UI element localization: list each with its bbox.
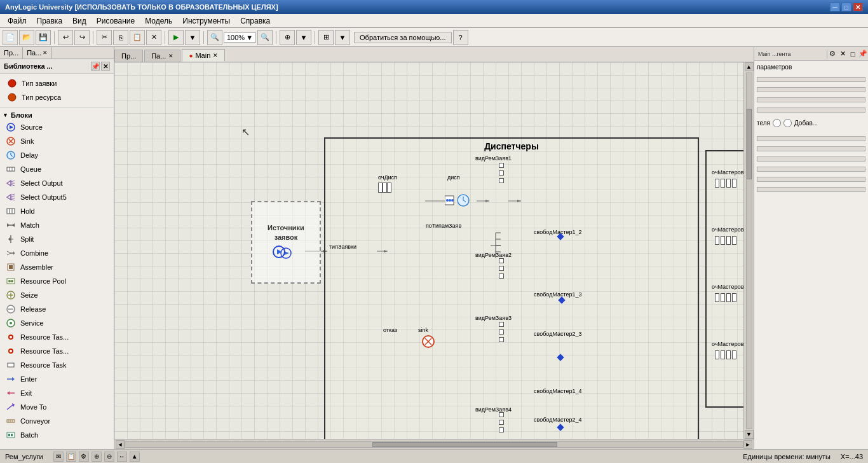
- lib-item-service[interactable]: Service: [3, 316, 111, 330]
- menu-tools[interactable]: Инструменты: [177, 15, 235, 27]
- help-button[interactable]: Обратиться за помощью...: [354, 32, 452, 43]
- extra-btn-6[interactable]: [757, 187, 865, 192]
- scroll-up-button[interactable]: ▲: [745, 62, 754, 71]
- lib-item-combine[interactable]: Combine: [3, 246, 111, 260]
- menu-model[interactable]: Модель: [140, 15, 177, 27]
- help-icon[interactable]: ?: [453, 30, 468, 45]
- tab-palette[interactable]: Па... ✕: [23, 47, 52, 59]
- lib-item-assembler[interactable]: Assembler: [3, 260, 111, 274]
- lib-item-exit[interactable]: Exit: [3, 386, 111, 400]
- lib-item-delay[interactable]: Delay: [3, 148, 111, 162]
- zoom-dropdown-icon[interactable]: ▼: [246, 34, 253, 41]
- delete-button[interactable]: ✕: [146, 30, 161, 45]
- sink-block[interactable]: [421, 335, 435, 350]
- library-close-button[interactable]: ✕: [101, 62, 110, 71]
- right-panel-close-tab[interactable]: ✕: [837, 49, 848, 59]
- extra-btn-1[interactable]: [757, 136, 865, 141]
- disp-block[interactable]: [445, 193, 470, 209]
- paste-button[interactable]: 📋: [130, 30, 145, 45]
- menu-view[interactable]: Вид: [67, 15, 92, 27]
- param-btn-4[interactable]: [757, 107, 865, 113]
- zoom-in-button[interactable]: 🔍: [257, 30, 273, 45]
- lib-item-batch[interactable]: Batch: [3, 428, 111, 442]
- lib-item-resource-task2[interactable]: Resource Tas...: [3, 344, 111, 358]
- horizontal-scrollbar[interactable]: ◄ ►: [114, 439, 754, 449]
- radio-option-2[interactable]: [783, 119, 792, 127]
- fit-button[interactable]: ⊕: [280, 30, 295, 45]
- lib-item-move-to[interactable]: Move To: [3, 400, 111, 414]
- lib-item-resource-task1[interactable]: Resource Tas...: [3, 330, 111, 344]
- scroll-track-horizontal[interactable]: [125, 441, 743, 448]
- status-icon-1[interactable]: ✉: [53, 452, 64, 462]
- scroll-left-button[interactable]: ◄: [116, 440, 125, 449]
- lib-item-conveyor[interactable]: Conveyor: [3, 414, 111, 428]
- save-button[interactable]: 💾: [36, 30, 51, 45]
- open-button[interactable]: 📂: [19, 30, 34, 45]
- right-panel-pin-tab[interactable]: 📌: [858, 49, 868, 59]
- scroll-thumb-horizontal[interactable]: [372, 442, 558, 447]
- grid-button[interactable]: ⊞: [318, 30, 334, 45]
- och-disp-block[interactable]: [378, 182, 391, 193]
- status-icon-7[interactable]: ▲: [130, 452, 140, 462]
- lib-item-enter[interactable]: Enter: [3, 372, 111, 386]
- lib-item-resource-pool[interactable]: Resource Pool: [3, 274, 111, 288]
- minimize-button[interactable]: ─: [830, 3, 840, 11]
- status-icon-4[interactable]: ⊕: [92, 452, 102, 462]
- menu-edit[interactable]: Правка: [32, 15, 68, 27]
- zoom-control[interactable]: 100% ▼: [224, 32, 256, 43]
- status-icon-3[interactable]: ⚙: [79, 452, 89, 462]
- zoom-out-button[interactable]: 🔍: [207, 30, 222, 45]
- tab-main-center[interactable]: ● Main ✕: [182, 49, 225, 62]
- lib-item-match[interactable]: Match: [3, 218, 111, 232]
- add-params-button[interactable]: [757, 77, 865, 82]
- vertical-scrollbar[interactable]: ▲ ▼: [743, 62, 754, 439]
- radio-option-1[interactable]: [773, 119, 781, 127]
- grid-dropdown[interactable]: ▼: [335, 30, 350, 45]
- tab-main-close-icon[interactable]: ✕: [213, 52, 218, 59]
- extra-btn-2[interactable]: [757, 146, 865, 151]
- lib-item-type-request[interactable]: Тип заявки: [4, 76, 110, 90]
- lib-item-release[interactable]: Release: [3, 302, 111, 316]
- scroll-track-vertical[interactable]: [746, 73, 752, 429]
- scroll-thumb-vertical[interactable]: [747, 109, 752, 180]
- param-btn-3[interactable]: [757, 97, 865, 102]
- lib-item-select-output[interactable]: Select Output: [3, 176, 111, 190]
- library-pin-button[interactable]: 📌: [91, 62, 100, 71]
- tab-palette-center[interactable]: Па... ✕: [144, 50, 180, 62]
- run-dropdown[interactable]: ▼: [185, 30, 200, 45]
- fit-dropdown[interactable]: ▼: [296, 30, 311, 45]
- lib-item-split[interactable]: Split: [3, 232, 111, 246]
- status-icon-2[interactable]: 📋: [66, 452, 76, 462]
- status-icon-6[interactable]: ↔: [117, 452, 127, 462]
- tab-projects-center[interactable]: Пр...: [114, 50, 143, 62]
- tab-palette-close-icon[interactable]: ✕: [43, 50, 48, 56]
- menu-file[interactable]: Файл: [3, 15, 32, 27]
- lib-item-sink[interactable]: Sink: [3, 134, 111, 148]
- lib-item-hold[interactable]: Hold: [3, 204, 111, 218]
- extra-btn-4[interactable]: [757, 167, 865, 172]
- source-node[interactable]: [272, 245, 286, 261]
- right-panel-settings-tab[interactable]: ⚙: [827, 49, 837, 59]
- extra-btn-3[interactable]: [757, 156, 865, 162]
- cut-button[interactable]: ✂: [97, 30, 112, 45]
- diagram-area[interactable]: ↖ Источникизаявок Диспетчеры: [114, 62, 754, 439]
- run-button[interactable]: ▶: [168, 30, 184, 45]
- scroll-right-button[interactable]: ►: [743, 440, 752, 449]
- new-button[interactable]: 📄: [3, 30, 18, 45]
- undo-button[interactable]: ↩: [58, 30, 73, 45]
- redo-button[interactable]: ↪: [74, 30, 90, 45]
- copy-button[interactable]: ⎘: [113, 30, 128, 45]
- status-icon-5[interactable]: ⊖: [104, 452, 114, 462]
- lib-item-resource-task3[interactable]: Resource Task: [3, 358, 111, 372]
- lib-item-type-resource[interactable]: Тип ресурса: [4, 90, 110, 104]
- menu-draw[interactable]: Рисование: [92, 15, 140, 27]
- param-btn-2[interactable]: [757, 87, 865, 92]
- lib-item-queue[interactable]: Queue: [3, 162, 111, 176]
- lib-item-select-output5[interactable]: Select Output5: [3, 190, 111, 204]
- lib-item-seize[interactable]: Seize: [3, 288, 111, 302]
- tab-projects[interactable]: Пр...: [0, 47, 23, 59]
- blocks-section-header[interactable]: ▼ Блоки: [3, 110, 111, 120]
- lib-item-source[interactable]: Source: [3, 120, 111, 134]
- right-panel-expand-tab[interactable]: □: [848, 49, 858, 59]
- extra-btn-5[interactable]: [757, 177, 865, 182]
